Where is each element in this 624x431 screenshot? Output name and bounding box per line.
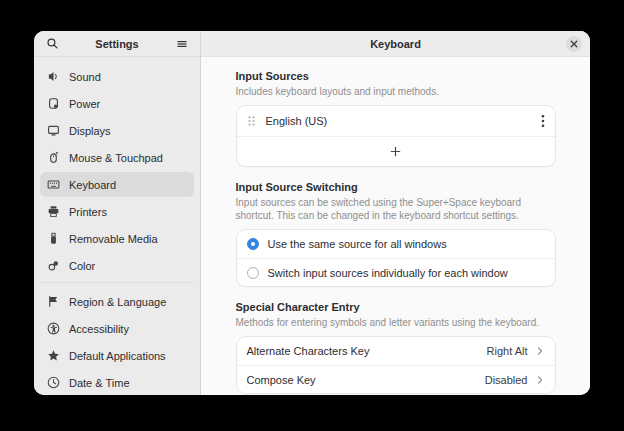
sidebar-title: Settings [61, 38, 173, 50]
clock-icon [47, 376, 60, 389]
per-window-source-option[interactable]: Switch input sources individually for ea… [237, 258, 555, 286]
search-icon [46, 37, 59, 50]
input-sources-card: English (US) [236, 105, 556, 167]
same-source-option[interactable]: Use the same source for all windows [237, 230, 555, 258]
radio-selected-icon[interactable] [247, 238, 259, 250]
sidebar-item-label: Default Applications [69, 350, 166, 362]
sidebar-item-label: Power [69, 98, 100, 110]
chevron-right-icon [535, 375, 545, 385]
special-character-entry-card: Alternate Characters Key Right Alt Compo… [236, 336, 556, 394]
add-input-source-button[interactable] [237, 136, 555, 166]
main-headerbar: Keyboard [201, 31, 590, 57]
sidebar-item-label: Accessibility [69, 323, 129, 335]
printer-icon [47, 205, 60, 218]
row-value: Disabled [485, 374, 528, 386]
alternate-characters-key-row[interactable]: Alternate Characters Key Right Alt [237, 337, 555, 365]
sidebar-item-label: Printers [69, 206, 107, 218]
close-button[interactable] [566, 36, 582, 52]
battery-icon [47, 97, 60, 110]
display-icon [47, 124, 60, 137]
sidebar-item-mouse-touchpad[interactable]: Mouse & Touchpad [40, 145, 194, 170]
sidebar-item-removable-media[interactable]: Removable Media [40, 226, 194, 251]
close-icon [570, 40, 578, 48]
page-title: Keyboard [201, 38, 590, 50]
sidebar-item-displays[interactable]: Displays [40, 118, 194, 143]
sidebar-item-color[interactable]: Color [40, 253, 194, 278]
speaker-icon [47, 70, 60, 83]
flag-icon [47, 295, 60, 308]
keyboard-settings-content: Input Sources Includes keyboard layouts … [201, 57, 590, 395]
usb-drive-icon [47, 232, 60, 245]
hamburger-menu-icon [176, 38, 188, 50]
sidebar-item-label: Date & Time [69, 377, 130, 389]
radio-unselected-icon[interactable] [247, 267, 259, 279]
plus-icon [389, 145, 402, 158]
input-source-name: English (US) [266, 115, 328, 127]
main-menu-button[interactable] [173, 35, 191, 53]
section-title: Input Sources [236, 70, 556, 83]
chevron-right-icon [535, 346, 545, 356]
sidebar-item-printers[interactable]: Printers [40, 199, 194, 224]
sidebar-item-power[interactable]: Power [40, 91, 194, 116]
input-sources-section: Input Sources Includes keyboard layouts … [236, 70, 556, 167]
section-description: Includes keyboard layouts and input meth… [236, 85, 556, 98]
row-value: Right Alt [487, 345, 528, 357]
section-title: Input Source Switching [236, 181, 556, 194]
sidebar-item-accessibility[interactable]: Accessibility [40, 316, 194, 341]
kebab-menu-icon[interactable] [541, 114, 545, 128]
section-description: Methods for entering symbols and letter … [236, 316, 556, 329]
option-label: Use the same source for all windows [268, 238, 447, 250]
accessibility-icon [47, 322, 60, 335]
settings-window: Settings Sound Power [34, 31, 590, 395]
sidebar-item-region-language[interactable]: Region & Language [40, 289, 194, 314]
sidebar-item-label: Sound [69, 71, 101, 83]
sidebar-item-label: Displays [69, 125, 111, 137]
sidebar-item-label: Mouse & Touchpad [69, 152, 163, 164]
sidebar-header: Settings [34, 31, 200, 57]
option-label: Switch input sources individually for ea… [268, 267, 508, 279]
search-button[interactable] [43, 35, 61, 53]
sidebar-item-default-applications[interactable]: Default Applications [40, 343, 194, 368]
input-source-switching-section: Input Source Switching Input sources can… [236, 181, 556, 287]
mouse-icon [47, 151, 60, 164]
keyboard-icon [47, 178, 60, 191]
input-source-switching-card: Use the same source for all windows Swit… [236, 229, 556, 287]
row-label: Compose Key [247, 374, 316, 386]
special-character-entry-section: Special Character Entry Methods for ente… [236, 301, 556, 394]
section-title: Special Character Entry [236, 301, 556, 314]
input-source-row[interactable]: English (US) [237, 106, 555, 136]
sidebar-item-keyboard[interactable]: Keyboard [40, 172, 194, 197]
sidebar-separator [41, 282, 193, 283]
sidebar-item-sound[interactable]: Sound [40, 64, 194, 89]
color-profile-icon [47, 259, 60, 272]
sidebar-item-label: Removable Media [69, 233, 158, 245]
star-icon [47, 349, 60, 362]
drag-handle-icon[interactable] [247, 115, 256, 127]
sidebar-item-label: Color [69, 260, 95, 272]
row-label: Alternate Characters Key [247, 345, 370, 357]
sidebar-item-label: Region & Language [69, 296, 166, 308]
section-description: Input sources can be switched using the … [236, 196, 556, 222]
sidebar: Settings Sound Power [34, 31, 201, 395]
sidebar-item-label: Keyboard [69, 179, 116, 191]
sidebar-nav: Sound Power Displays Mouse & Touchpad [34, 57, 200, 395]
compose-key-row[interactable]: Compose Key Disabled [237, 365, 555, 393]
sidebar-item-date-time[interactable]: Date & Time [40, 370, 194, 395]
main-pane: Keyboard Input Sources Includes keyboard… [201, 31, 590, 395]
